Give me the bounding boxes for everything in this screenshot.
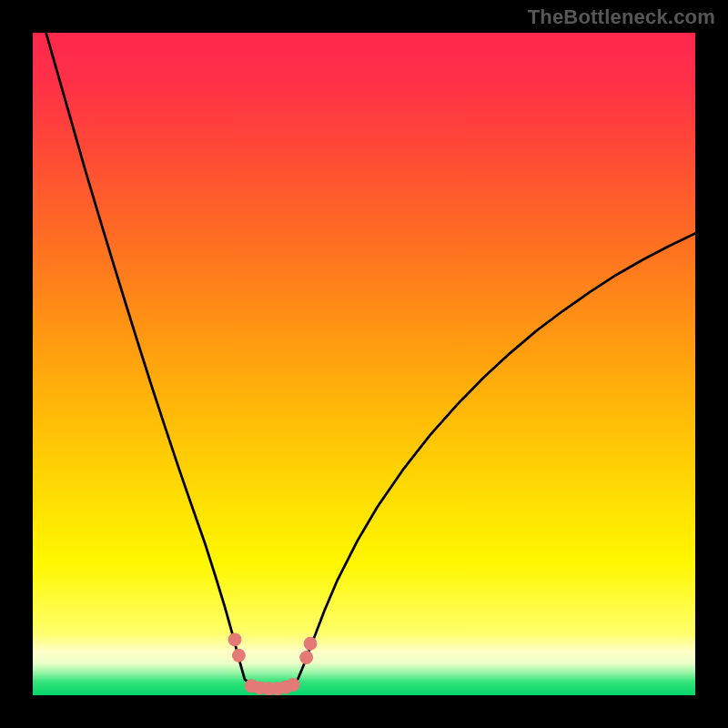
marker-dot [228, 633, 241, 646]
chart-plot [33, 33, 695, 695]
chart-background [33, 33, 695, 695]
marker-dot [287, 678, 299, 691]
chart-frame: TheBottleneck.com [0, 0, 728, 728]
marker-dot [300, 652, 313, 664]
watermark-text: TheBottleneck.com [528, 5, 715, 29]
marker-dot [232, 649, 245, 662]
marker-dot [304, 637, 317, 650]
